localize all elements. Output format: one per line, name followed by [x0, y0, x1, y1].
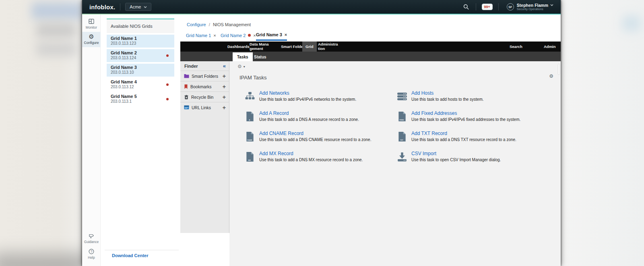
chevron-down-icon	[550, 4, 553, 6]
alert-dot	[248, 34, 251, 37]
grid-ip: 203.0.113.123	[111, 41, 174, 46]
task-description: Use this task to add a DNS CNAME resourc…	[259, 137, 371, 142]
background-blob	[31, 2, 84, 19]
background-blob	[36, 23, 76, 38]
tab-grid-name-2[interactable]: Grid Name 2 ×	[221, 30, 256, 41]
nav-search[interactable]: Search	[510, 42, 522, 52]
nav-administration[interactable]: Administration	[318, 42, 339, 52]
task-title[interactable]: Add CNAME Record	[259, 131, 371, 136]
grid-row-5[interactable]: Grid Name 5 203.0.113.1	[107, 93, 174, 106]
csv-import-icon	[397, 152, 407, 162]
download-center-link[interactable]: Download Center	[112, 253, 148, 258]
grid-ip: 203.0.113.124	[111, 56, 174, 60]
scrollbar-thumb[interactable]	[558, 64, 560, 75]
nav-admin[interactable]: Admin	[544, 42, 556, 52]
rail-item-guidance[interactable]: Guidance	[82, 231, 101, 246]
breadcrumb-configure[interactable]: Configure	[187, 22, 206, 27]
finder-item-url-links[interactable]: URL Links +	[180, 102, 229, 112]
grid-row-2[interactable]: Grid Name 2 203.0.113.124	[107, 49, 174, 62]
gear-icon: ⚙	[89, 34, 94, 40]
add-icon[interactable]: +	[223, 83, 226, 90]
rail-item-label: Configure	[84, 41, 99, 45]
nav-grid[interactable]: Grid	[302, 42, 317, 52]
rail-item-configure[interactable]: ⚙ Configure	[82, 32, 101, 47]
content-title: IPAM Tasks	[239, 75, 266, 81]
alert-dot	[166, 54, 169, 57]
add-icon[interactable]: +	[223, 73, 226, 79]
tab-grid-name-3[interactable]: Grid Name 3 ×	[256, 30, 287, 41]
background-blob	[622, 15, 641, 31]
task-add-txt-record[interactable]: TXT Add TXT Record Use this task to add …	[397, 131, 549, 142]
background-right	[559, 0, 644, 266]
finder-item-label: Smart Folders	[192, 74, 218, 79]
help-icon: ?	[88, 248, 95, 255]
record-type-label: MX	[248, 159, 251, 161]
rail-item-monitor[interactable]: Monitor	[82, 16, 101, 32]
subtab-status[interactable]: Status	[250, 52, 271, 61]
tab-label: Grid Name 1	[186, 33, 211, 38]
task-title[interactable]: Add MX Record	[259, 151, 363, 156]
task-title[interactable]: Add Fixed Addresses	[411, 110, 520, 116]
task-title[interactable]: Add TXT Record	[411, 131, 516, 136]
task-title[interactable]: Add Networks	[259, 90, 356, 96]
grid-row-1[interactable]: Grid Name 1 203.0.113.123	[107, 35, 174, 48]
task-add-hosts[interactable]: Add Hosts Use this task to add hosts to …	[397, 90, 549, 102]
collapse-icon[interactable]: «	[223, 64, 226, 68]
rail-item-help[interactable]: ? Help	[82, 246, 101, 262]
close-icon[interactable]: ×	[253, 33, 256, 38]
org-selector[interactable]: Acme	[125, 3, 151, 11]
finder-item-bookmarks[interactable]: Bookmarks +	[180, 81, 229, 91]
task-description: Use this task to add IPv4/IPv6 networks …	[259, 97, 356, 102]
task-description: Use this task to add hosts to the system…	[411, 97, 484, 102]
grid-row-3[interactable]: Grid Name 3 203.0.113.10	[107, 64, 174, 77]
breadcrumb: Configure / NIOS Management	[187, 22, 251, 27]
rail-item-label: Help	[88, 256, 95, 260]
record-type-label: CNAME	[247, 139, 252, 141]
task-title[interactable]: CSV Import	[411, 151, 501, 156]
url-links-icon	[184, 105, 189, 110]
folder-icon	[184, 74, 189, 78]
nios-subtab-bar: Tasks Status	[180, 52, 561, 61]
close-icon[interactable]: ×	[285, 32, 287, 37]
guidance-icon	[88, 233, 95, 239]
close-icon[interactable]: ×	[213, 33, 216, 38]
monitor-icon	[88, 18, 95, 25]
svg-text:?: ?	[91, 249, 93, 254]
tab-grid-name-1[interactable]: Grid Name 1 ×	[186, 30, 216, 41]
search-button[interactable]	[460, 4, 472, 10]
finder-title: Finder	[184, 64, 198, 69]
finder-item-smart-folders[interactable]: Smart Folders +	[180, 71, 229, 81]
notification-badge[interactable]: 99+	[482, 4, 493, 10]
background-left	[0, 0, 85, 266]
content-settings-menu[interactable]: ⚙ ▾	[237, 64, 245, 69]
grid-name: Grid Name 2	[111, 50, 174, 55]
grid-ip: 203.0.113.12	[111, 85, 174, 89]
nav-dashboards[interactable]: Dashboards	[227, 42, 250, 52]
task-add-a-record[interactable]: A Add A Record Use this task to add a DN…	[245, 110, 397, 122]
grid-name: Grid Name 5	[111, 94, 174, 99]
grid-name: Grid Name 1	[111, 36, 174, 41]
search-icon	[463, 4, 469, 10]
nav-data-management[interactable]: Data Management	[250, 42, 270, 52]
task-add-cname-record[interactable]: CNAME Add CNAME Record Use this task to …	[245, 131, 397, 142]
alert-dot	[166, 98, 169, 100]
org-label: Acme	[130, 4, 141, 9]
avatar[interactable]: SF	[507, 3, 514, 10]
grid-row-4[interactable]: Grid Name 4 203.0.113.12	[107, 78, 174, 91]
divider	[476, 3, 476, 10]
finder-item-recycle-bin[interactable]: Recycle Bin +	[180, 91, 229, 102]
task-csv-import[interactable]: CSV Import Use this task to open CSV Imp…	[397, 151, 549, 162]
add-icon[interactable]: +	[223, 94, 226, 100]
top-bar-right: 99+ SF Stephen Flamm Security Operations	[460, 3, 561, 11]
task-title[interactable]: Add A Record	[259, 110, 359, 116]
task-add-fixed-addresses[interactable]: FIXED Add Fixed Addresses Use this task …	[397, 110, 549, 122]
add-icon[interactable]: +	[223, 104, 226, 111]
task-add-networks[interactable]: Add Networks Use this task to add IPv4/I…	[245, 90, 397, 102]
record-document-icon: TXT	[397, 131, 407, 142]
grid-ip: 203.0.113.10	[111, 70, 174, 75]
task-title[interactable]: Add Hosts	[411, 90, 484, 96]
user-menu[interactable]: Stephen Flamm Security Operations	[517, 3, 553, 11]
task-description: Use this task to add a DNS MX resource r…	[259, 158, 363, 162]
gear-icon[interactable]: ⚙	[549, 73, 553, 79]
task-add-mx-record[interactable]: MX Add MX Record Use this task to add a …	[245, 151, 397, 162]
